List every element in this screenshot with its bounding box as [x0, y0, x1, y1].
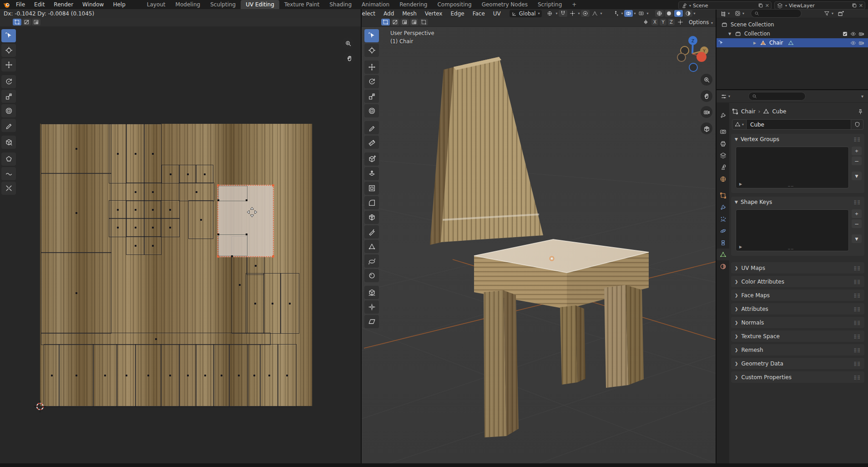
panel-face-maps[interactable]: ❯Face Maps ⣿⣿ — [731, 289, 864, 301]
panel-custom-properties[interactable]: ❯Custom Properties ⣿⣿ — [731, 371, 864, 383]
outliner-editor-icon[interactable] — [719, 10, 727, 17]
snap-to-dropdown[interactable] — [568, 10, 577, 17]
viewport-grid-button[interactable] — [701, 122, 712, 134]
workspace-tab-uv-editing[interactable]: UV Editing — [241, 0, 279, 9]
properties-tab-particles[interactable] — [717, 213, 729, 225]
list-resize-grip[interactable]: ⣀⣀ — [788, 245, 794, 249]
outliner-search-input[interactable] — [751, 9, 802, 18]
copy-viewlayer-icon[interactable] — [852, 3, 857, 8]
workspace-tab-modeling[interactable]: Modeling — [171, 0, 206, 9]
uv-island[interactable] — [263, 273, 281, 334]
outliner-row-scene-collection[interactable]: Scene Collection — [717, 20, 868, 29]
camera-toggle-icon[interactable] — [858, 31, 864, 37]
panel-grip-icon[interactable]: ⣿⣿ — [854, 334, 861, 339]
uv-island[interactable] — [126, 236, 145, 255]
workspace-tab-shading[interactable]: Shading — [324, 0, 357, 9]
edit-select-mode-5-icon[interactable] — [419, 19, 428, 25]
uv-island[interactable] — [179, 344, 197, 407]
uv-select-vertex-icon[interactable] — [13, 19, 21, 25]
uv-island[interactable] — [179, 183, 214, 201]
panel-header[interactable]: ▼Shape Keys ⣿⣿ — [731, 197, 864, 208]
uv-island[interactable] — [59, 344, 94, 407]
vp-measure-tool[interactable] — [364, 136, 379, 149]
vp-cursor-tool[interactable] — [364, 44, 379, 57]
vp-tweak-tool[interactable] — [364, 29, 379, 42]
panel-grip-icon[interactable]: ⣿⣿ — [854, 320, 861, 325]
uv-island[interactable] — [161, 344, 180, 407]
vp-smooth-tool[interactable] — [364, 269, 379, 282]
properties-tab-scene[interactable] — [717, 161, 729, 173]
outliner-row-collection[interactable]: ▼Collection — [717, 29, 868, 38]
properties-tab-object-data[interactable] — [717, 249, 729, 260]
uv-canvas[interactable] — [0, 26, 361, 463]
vp-rotate-tool[interactable] — [364, 75, 379, 88]
menu-render[interactable]: Render — [49, 0, 78, 9]
viewport-canvas[interactable]: User Perspective (1) Chair Z Y — [362, 9, 716, 463]
list-add-button[interactable]: ＋ — [852, 209, 862, 218]
mirror-axis-x-button[interactable]: X — [651, 19, 658, 25]
uv-island[interactable] — [93, 344, 117, 407]
edit-select-edge-icon[interactable] — [391, 19, 399, 25]
uv-rotate-tool[interactable] — [1, 75, 16, 88]
uv-island[interactable] — [188, 200, 213, 239]
uv-island-selected[interactable] — [217, 185, 274, 257]
uv-island[interactable] — [41, 252, 111, 334]
uv-island[interactable] — [280, 273, 299, 334]
uv-island[interactable] — [41, 173, 111, 253]
chair-model[interactable] — [362, 9, 716, 463]
workspace-tab-scripting[interactable]: Scripting — [533, 0, 567, 9]
vp-edge-slide-tool[interactable] — [364, 286, 379, 299]
uv-select-face-icon[interactable] — [32, 19, 40, 25]
uv-island[interactable] — [109, 218, 127, 237]
workspace-tab-texture-paint[interactable]: Texture Paint — [279, 0, 324, 9]
properties-tab-world[interactable] — [717, 173, 729, 185]
uv-island[interactable] — [229, 344, 248, 407]
shape-keys-list[interactable]: ▶ ⣀⣀ — [736, 209, 849, 251]
viewport-menu-add[interactable]: Add — [379, 9, 398, 18]
vp-loop-cut-tool[interactable] — [364, 211, 379, 224]
uv-island[interactable] — [116, 344, 136, 407]
blender-logo-icon[interactable] — [3, 1, 11, 8]
vp-bevel-tool[interactable] — [364, 196, 379, 209]
proportional-editing-toggle[interactable] — [581, 10, 590, 17]
properties-search-input[interactable] — [748, 92, 806, 101]
panel-color-attributes[interactable]: ❯Color Attributes ⣿⣿ — [731, 276, 864, 287]
menu-file[interactable]: File — [11, 0, 30, 9]
uv-island[interactable] — [247, 344, 261, 407]
viewport-zoom-button[interactable] — [701, 74, 712, 86]
vp-spin-tool[interactable] — [364, 254, 379, 268]
eye-toggle-icon[interactable] — [850, 31, 856, 37]
panel-grip-icon[interactable]: ⣿⣿ — [854, 200, 861, 204]
uv-island[interactable] — [161, 218, 180, 237]
properties-tab-material[interactable] — [717, 260, 729, 272]
uv-island[interactable] — [247, 256, 264, 275]
transform-orientation-dropdown[interactable]: Global▾ — [510, 10, 542, 17]
show-gizmos-dropdown[interactable] — [611, 10, 620, 17]
vp-shrink-fatten-tool[interactable] — [364, 300, 379, 314]
properties-editor-icon[interactable] — [719, 93, 728, 100]
list-remove-button[interactable]: − — [852, 157, 862, 165]
uv-island[interactable] — [126, 218, 145, 237]
panel-grip-icon[interactable]: ⣿⣿ — [854, 266, 861, 270]
options-dropdown[interactable]: Options ▾ — [689, 19, 713, 25]
vp-shear-tool[interactable] — [364, 315, 379, 328]
viewport-menu-edge[interactable]: Edge — [446, 9, 468, 18]
panel-geometry-data[interactable]: ❯Geometry Data ⣿⣿ — [731, 358, 864, 369]
properties-tab-view-layer[interactable] — [717, 149, 729, 161]
viewport-camera-button[interactable] — [701, 106, 712, 118]
snap-magnet-toggle[interactable] — [559, 10, 567, 17]
properties-options-chevron[interactable]: ▾ — [861, 94, 863, 99]
vp-move-tool[interactable] — [364, 61, 379, 74]
disclosure-triangle[interactable]: ▼ — [728, 32, 734, 36]
uv-zoom-button[interactable] — [342, 37, 354, 49]
uv-pan-button[interactable] — [343, 52, 355, 64]
vp-transform-tool[interactable] — [364, 104, 379, 117]
list-expand-triangle[interactable]: ▶ — [739, 182, 742, 186]
xray-toggle[interactable] — [637, 10, 646, 17]
panel-texture-space[interactable]: ❯Texture Space ⣿⣿ — [731, 330, 864, 342]
viewlayer-selector[interactable]: ▾ ViewLayer ✕ — [774, 1, 865, 10]
viewport-menu-face[interactable]: Face — [469, 9, 489, 18]
panel-uv-maps[interactable]: ❯UV Maps ⣿⣿ — [731, 262, 864, 274]
datablock-name-field[interactable]: Cube — [747, 119, 851, 130]
uv-island[interactable] — [179, 165, 197, 183]
